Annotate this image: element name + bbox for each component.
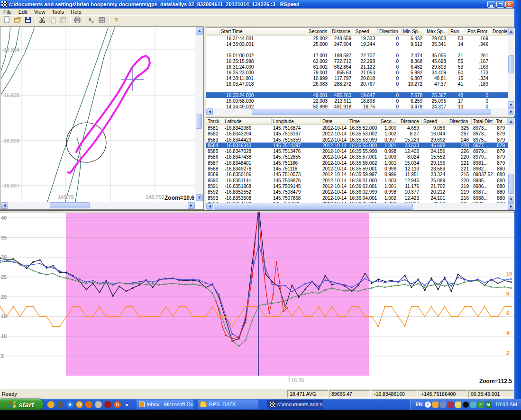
runs-row[interactable]: 16:31:44.00125.002248.65919.33306.43229.… xyxy=(206,36,508,41)
nero-icon[interactable]: n xyxy=(114,401,121,408)
points-hscroll-thumb[interactable] xyxy=(214,204,413,210)
runs-table-body[interactable]: 16:31:44.00125.002248.65919.33306.43229.… xyxy=(206,36,508,108)
points-row[interactable]: 8587-16.8348401145.7511862012-10-1416:35… xyxy=(206,160,508,166)
runs-col-max-sp-[interactable]: Max Sp... xyxy=(425,28,449,35)
outlook-icon[interactable]: O xyxy=(76,401,83,408)
runs-col-blank[interactable] xyxy=(206,28,219,35)
runs-col-dopple[interactable]: Dopple xyxy=(491,28,508,35)
m-app-icon[interactable]: M xyxy=(485,402,492,408)
points-col-latitude[interactable]: Latitude xyxy=(223,118,272,125)
map-hscroll-thumb[interactable] xyxy=(50,202,90,208)
points-vscrollbar[interactable] xyxy=(508,118,515,203)
start-button[interactable]: start xyxy=(0,399,44,410)
print-button[interactable] xyxy=(72,16,82,26)
scroll-down-button[interactable] xyxy=(508,101,514,108)
runs-row[interactable]: 16:03:47.01826.983288.27220.767010.27247… xyxy=(206,81,508,87)
scroll-down-button[interactable] xyxy=(508,196,514,203)
update-shield-icon[interactable]: ✓ xyxy=(478,402,484,408)
help-button[interactable]: ? xyxy=(111,16,121,26)
runs-col-run[interactable]: Run xyxy=(449,28,466,35)
close-button[interactable]: × xyxy=(505,1,513,8)
save-button[interactable] xyxy=(23,16,33,26)
quick-launch-overflow-chevron[interactable]: » xyxy=(125,401,128,408)
map-vscroll-thumb[interactable] xyxy=(196,114,202,129)
scroll-up-button[interactable] xyxy=(508,28,514,35)
open-button[interactable] xyxy=(12,16,23,26)
scroll-down-button[interactable] xyxy=(196,194,203,201)
paste-button[interactable] xyxy=(58,16,68,26)
runs-table[interactable]: Start TimeSecondsDistanceSpeedDirectionM… xyxy=(206,27,514,115)
menu-help[interactable]: Help xyxy=(67,9,85,15)
points-table[interactable]: TrackLatitudeLongitudeDateTimeSeco...Dis… xyxy=(206,117,514,210)
scroll-up-button[interactable] xyxy=(508,118,514,125)
runs-col-seconds[interactable]: Seconds xyxy=(307,28,330,35)
runs-hscrollbar[interactable] xyxy=(206,108,515,116)
language-indicator[interactable]: EN xyxy=(415,402,422,407)
runs-vscrollbar[interactable] xyxy=(508,28,515,108)
runs-col-pos-error[interactable]: Pos Error xyxy=(466,28,491,35)
scroll-left-button[interactable] xyxy=(206,203,213,210)
task-button-0[interactable]: Inbox - Microsoft Out... xyxy=(137,400,193,409)
scroll-left-button[interactable] xyxy=(206,108,213,115)
runs-row[interactable]: 16:31:24.00061.002662.86421.12206.43229.… xyxy=(206,64,508,70)
points-row[interactable]: 8590-16.8351144145.75098762012-10-1416:3… xyxy=(206,178,508,183)
moon-icon[interactable] xyxy=(463,402,469,408)
runs-row[interactable] xyxy=(206,47,508,53)
points-col-total-dist[interactable]: Total Dist xyxy=(472,118,494,125)
app-icon[interactable] xyxy=(1,1,7,7)
runs-col-distance[interactable]: Distance xyxy=(330,28,354,35)
restore-button[interactable] xyxy=(496,1,504,8)
menu-edit[interactable]: Edit xyxy=(15,9,31,15)
points-row[interactable]: 8592-16.8352552145.75084792012-10-1416:3… xyxy=(206,189,508,195)
title-bar[interactable]: c:\documents and settings\brian hooper\m… xyxy=(0,0,521,9)
home-icon[interactable] xyxy=(95,401,102,408)
menu-tools[interactable]: Tools xyxy=(48,9,67,15)
scroll-right-button[interactable] xyxy=(508,108,514,115)
phone-icon[interactable] xyxy=(57,401,64,408)
firefox-icon[interactable] xyxy=(85,401,92,408)
copy-button[interactable] xyxy=(47,16,58,26)
runs-col-min-sp-[interactable]: Min Sp... xyxy=(402,28,425,35)
menu-view[interactable]: View xyxy=(31,9,49,15)
display-icon[interactable] xyxy=(440,402,446,408)
usb-device-icon[interactable] xyxy=(448,402,454,408)
task-button-2[interactable]: c:\documents and set... xyxy=(267,400,323,409)
runs-vscroll-thumb[interactable] xyxy=(508,55,514,73)
points-vscroll-thumb[interactable] xyxy=(508,174,514,194)
points-col-track[interactable]: Track xyxy=(206,118,223,125)
points-row[interactable]: 8593-16.8353508145.75078682012-10-1416:3… xyxy=(206,195,508,201)
points-col-longitude[interactable]: Longitude xyxy=(272,118,321,125)
internet-explorer-icon[interactable]: e xyxy=(66,401,73,408)
points-row[interactable]: 8586-16.8347438145.75128552012-10-1416:3… xyxy=(206,154,508,160)
points-row[interactable]: 8584-16.8346343145.75143972012-10-1416:3… xyxy=(206,143,508,148)
task-button-1[interactable]: GPS_DATA xyxy=(198,400,258,409)
points-table-body[interactable]: 8581-16.8342986145.75168742012-10-1416:3… xyxy=(206,125,508,203)
scheduler-icon[interactable] xyxy=(432,402,439,408)
points-row[interactable]: 8585-16.8347028145.75134762012-10-1416:3… xyxy=(206,148,508,154)
speed-chart[interactable]: 51015202530354024681016:36Zoom=112.5 xyxy=(0,212,514,388)
map-pane[interactable]: -16.834-16.835-16.836-16.837145.75145.75… xyxy=(0,27,204,210)
points-row[interactable]: 8588-16.8349278145.7511182012-10-1416:35… xyxy=(206,166,508,171)
scroll-right-button[interactable] xyxy=(188,202,195,209)
runs-col-start-time[interactable]: Start Time xyxy=(219,28,307,35)
runs-row[interactable]: 15:01:00.00217.001198.59722.70702.47445.… xyxy=(206,53,508,58)
points-col-time[interactable]: Time xyxy=(348,118,379,125)
map-plot[interactable]: -16.834-16.835-16.836-16.837145.75145.75… xyxy=(1,27,196,202)
points-row[interactable]: 8582-16.8343294145.75161672012-10-1416:3… xyxy=(206,131,508,136)
points-row[interactable]: 8591-16.8351868145.75091452012-10-1416:3… xyxy=(206,183,508,189)
runs-row[interactable]: 14:35:03.00125.000247.50419.24409.51235.… xyxy=(206,41,508,47)
points-hscrollbar[interactable] xyxy=(206,203,515,210)
scroll-left-button[interactable] xyxy=(1,202,8,209)
chart-plot[interactable]: 51015202530354024681016:36Zoom=112.5 xyxy=(0,212,514,388)
points-row[interactable]: 8589-16.8350186145.75105732012-10-1416:3… xyxy=(206,171,508,177)
volume-icon[interactable] xyxy=(470,402,476,408)
map-hscrollbar[interactable] xyxy=(0,202,195,209)
points-col-seco-[interactable]: Seco... xyxy=(379,118,399,125)
runs-row[interactable]: 14:38:11.00110.999117.79720.81806.80740.… xyxy=(206,75,508,81)
points-row[interactable]: 8583-16.8344429145.75153592012-10-1416:3… xyxy=(206,137,508,143)
points-col-tot[interactable]: Tot xyxy=(494,118,508,125)
grid-button[interactable] xyxy=(97,16,107,26)
chrome-icon[interactable] xyxy=(47,401,55,408)
points-col-speed[interactable]: Speed xyxy=(422,118,448,125)
scroll-right-button[interactable] xyxy=(508,203,514,210)
